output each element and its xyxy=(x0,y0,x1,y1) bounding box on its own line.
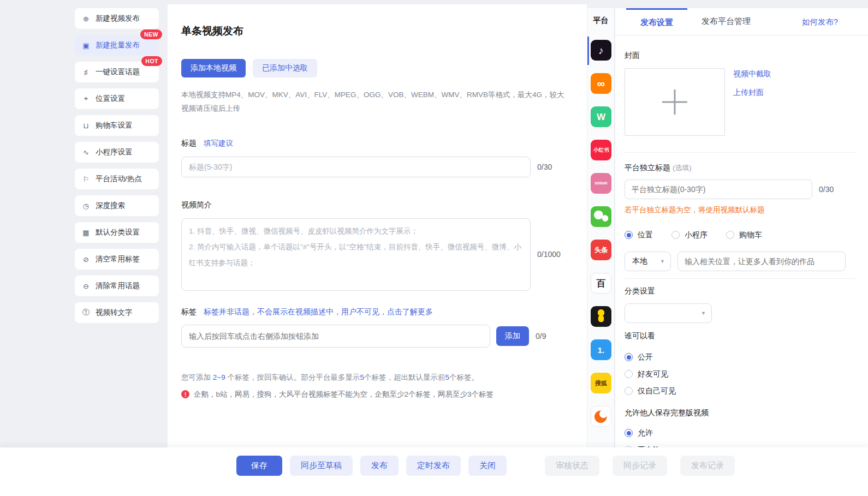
sidebar: ⊕ 新建视频发布 ▣ 新建批量发布 NEW ♯ 一键设置话题 HOT ⌖ 位置设… xyxy=(75,8,159,329)
platform-item[interactable] xyxy=(587,406,615,428)
sidebar-item[interactable]: ▦ 默认分类设置 xyxy=(75,222,159,243)
radio-icon xyxy=(625,387,633,395)
radio-icon xyxy=(671,231,680,239)
sidebar-item[interactable]: ⚐ 平台活动/热点 xyxy=(75,169,159,189)
sidebar-item[interactable]: ◷ 深度搜索 xyxy=(75,195,159,216)
sync-records-button[interactable]: 同步记录 xyxy=(613,456,667,476)
pick-from-added-button[interactable]: 已添加中选取 xyxy=(253,59,317,77)
sidebar-item-label: 默认分类设置 xyxy=(96,228,140,237)
sidebar-item[interactable]: ⊔ 购物车设置 xyxy=(75,115,159,136)
allow-save-radio-option[interactable]: 不允许 xyxy=(625,441,856,447)
close-button[interactable]: 关闭 xyxy=(468,456,507,476)
sidebar-item-label: 深度搜索 xyxy=(96,201,125,211)
sidebar-item[interactable]: ▣ 新建批量发布 NEW xyxy=(75,35,159,56)
sidebar-item[interactable]: ⊕ 新建视频发布 xyxy=(75,8,159,29)
add-tag-button[interactable]: 添加 xyxy=(496,326,529,346)
independent-title-note: 若平台独立标题为空，将使用视频默认标题 xyxy=(625,205,856,215)
how-to-publish-link[interactable]: 如何发布? xyxy=(802,8,838,35)
radio-label: 购物车 xyxy=(739,230,762,240)
tag-warning: ! 企鹅，b站，网易，搜狗，大风平台视频标签不能为空，企鹅至少2个标签，网易至少… xyxy=(181,390,587,399)
platform-item[interactable]: 1. xyxy=(587,339,615,361)
platform-item[interactable] xyxy=(587,206,615,228)
visibility-radio-option[interactable]: 仅自己可见 xyxy=(625,383,856,399)
sidebar-item-icon: ▦ xyxy=(81,229,91,237)
save-button[interactable]: 保存 xyxy=(236,456,282,476)
sync-to-draft-button[interactable]: 同步至草稿 xyxy=(290,456,353,476)
platform-item[interactable] xyxy=(587,306,615,328)
description-textarea[interactable] xyxy=(181,218,531,291)
feature-radio-option[interactable]: 购物车 xyxy=(726,226,762,243)
description-counter: 0/1000 xyxy=(537,250,561,259)
allow-save-radio-option[interactable]: 允许 xyxy=(625,425,856,441)
sidebar-item[interactable]: ⊖ 清除常用话题 xyxy=(75,276,159,296)
radio-label: 位置 xyxy=(638,230,653,240)
optional-hint: (选填) xyxy=(673,164,692,172)
category-select[interactable]: ▼ xyxy=(625,303,712,323)
platform-item[interactable]: ♪ xyxy=(587,40,615,62)
radio-icon xyxy=(625,370,633,378)
weishi-icon: W xyxy=(591,106,611,127)
warning-icon: ! xyxy=(181,390,189,398)
tag-info-link[interactable]: 标签并非话题，不会展示在视频描述中，用户不可见，点击了解更多 xyxy=(204,307,433,317)
cover-upload-box[interactable] xyxy=(625,68,725,136)
panel-tabs: 发布设置 发布平台管理 如何发布? xyxy=(615,8,868,35)
add-local-video-button[interactable]: 添加本地视频 xyxy=(181,59,246,77)
independent-title-input[interactable] xyxy=(625,180,812,199)
visibility-radio-option[interactable]: 好友可见 xyxy=(625,366,856,383)
publish-button[interactable]: 发布 xyxy=(360,456,399,476)
feature-radio-option[interactable]: 小程序 xyxy=(671,226,708,243)
review-status-button[interactable]: 审核状态 xyxy=(545,456,599,476)
penguin-icon xyxy=(591,306,611,327)
publish-settings-panel: 发布设置 发布平台管理 如何发布? 封面 视频中截取 上传封面 平台独立标题 (… xyxy=(615,8,868,447)
visibility-radio-option[interactable]: 公开 xyxy=(625,349,856,366)
tab-platform-manage[interactable]: 发布平台管理 xyxy=(687,8,765,35)
radio-label: 小程序 xyxy=(685,230,708,240)
tab-publish-settings[interactable]: 发布设置 xyxy=(626,8,687,35)
platform-item[interactable]: 百 xyxy=(587,273,615,295)
independent-title-counter: 0/30 xyxy=(819,185,834,194)
sidebar-item-label: 购物车设置 xyxy=(96,121,133,130)
tag-input[interactable] xyxy=(181,325,490,348)
platform-item[interactable]: 小红书 xyxy=(587,140,615,162)
location-input[interactable] xyxy=(677,252,846,271)
page-title: 单条视频发布 xyxy=(181,24,587,38)
capture-from-video-link[interactable]: 视频中截取 xyxy=(733,69,771,79)
platform-rail-header: 平台 xyxy=(587,16,614,26)
sidebar-item[interactable]: ♯ 一键设置话题 HOT xyxy=(75,62,159,82)
sidebar-item-icon: ♯ xyxy=(81,68,91,76)
sidebar-item[interactable]: Ⓣ 视频转文字 xyxy=(75,302,159,323)
platform-item[interactable]: 搜狐 xyxy=(587,373,615,395)
sidebar-item-icon: ⊔ xyxy=(81,122,91,130)
allow-save-label: 允许他人保存完整版视频 xyxy=(625,408,856,418)
platform-item[interactable]: W xyxy=(587,106,615,128)
platform-item[interactable]: 头条 xyxy=(587,240,615,261)
title-suggest-link[interactable]: 填写建议 xyxy=(204,139,233,148)
badge: HOT xyxy=(141,56,162,66)
feature-radio-option[interactable]: 位置 xyxy=(625,226,653,243)
radio-icon xyxy=(625,429,633,437)
platform-item[interactable]: bilibili xyxy=(587,173,615,195)
sidebar-item-label: 新建批量发布 xyxy=(96,40,140,50)
independent-title-label: 平台独立标题 (选填) xyxy=(625,163,856,173)
sidebar-item-icon: ▣ xyxy=(81,41,91,50)
title-input[interactable] xyxy=(181,157,531,177)
sidebar-item[interactable]: ⊘ 清空常用标签 xyxy=(75,249,159,270)
sidebar-item[interactable]: ⌖ 位置设置 xyxy=(75,88,159,109)
wechat-icon xyxy=(591,206,611,227)
sidebar-item[interactable]: ∿ 小程序设置 xyxy=(75,142,159,163)
sidebar-item-icon: ∿ xyxy=(81,148,91,157)
tag-warning-text: 企鹅，b站，网易，搜狗，大风平台视频标签不能为空，企鹅至少2个标签，网易至少3个… xyxy=(194,390,494,399)
format-note: 本地视频支持MP4、MOV、MKV、AVI、FLV、MPEG、OGG、VOB、W… xyxy=(181,88,567,116)
category-label: 分类设置 xyxy=(625,286,856,296)
upload-cover-link[interactable]: 上传封面 xyxy=(733,88,771,98)
cover-label: 封面 xyxy=(625,51,856,61)
divider xyxy=(625,278,856,279)
divider xyxy=(625,152,856,153)
platform-item[interactable]: ∞ xyxy=(587,73,615,95)
chevron-down-icon: ▼ xyxy=(660,259,665,264)
scheduled-publish-button[interactable]: 定时发布 xyxy=(406,456,461,476)
radio-icon xyxy=(726,231,734,239)
publish-records-button[interactable]: 发布记录 xyxy=(680,456,735,476)
location-scope-select[interactable]: 本地 ▼ xyxy=(625,252,671,271)
radio-icon xyxy=(625,353,633,361)
